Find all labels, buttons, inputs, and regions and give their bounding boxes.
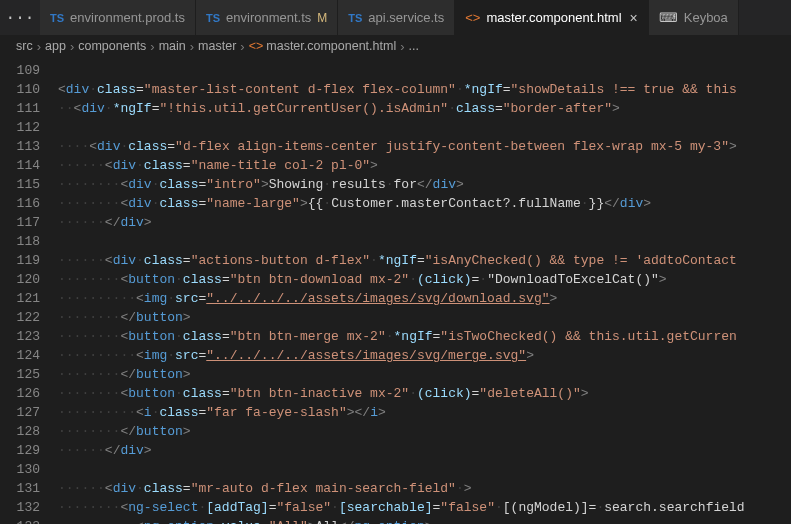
code-line[interactable]: ······<div·class="name-title col-2 pl-0"… <box>58 156 791 175</box>
line-number: 123 <box>0 327 40 346</box>
ts-icon: TS <box>50 12 64 24</box>
code-line[interactable]: ··········<img·src="../../../../assets/i… <box>58 346 791 365</box>
breadcrumb[interactable]: src›app›components›main›master›<>master.… <box>0 35 791 57</box>
code-line[interactable]: ········</button> <box>58 422 791 441</box>
line-number: 127 <box>0 403 40 422</box>
line-number: 120 <box>0 270 40 289</box>
code-line[interactable]: ········<button·class="btn btn-merge mx-… <box>58 327 791 346</box>
code-line[interactable]: ········</button> <box>58 365 791 384</box>
line-number: 114 <box>0 156 40 175</box>
line-number: 110 <box>0 80 40 99</box>
code-line[interactable]: ··········<img·src="../../../../assets/i… <box>58 289 791 308</box>
tab-label: master.component.html <box>486 10 621 25</box>
breadcrumb-part[interactable]: master <box>198 39 236 53</box>
editor[interactable]: 1091101111121131141151161171181191201211… <box>0 57 791 524</box>
code-line[interactable]: ··········<i·class="far fa-eye-slash"></… <box>58 403 791 422</box>
line-number: 133 <box>0 517 40 524</box>
tab-label: Keyboa <box>684 10 728 25</box>
tabs-container: TSenvironment.prod.tsTSenvironment.tsMTS… <box>40 0 791 35</box>
keyboard-icon: ⌨ <box>659 10 678 25</box>
tab-label: api.service.ts <box>368 10 444 25</box>
line-number: 122 <box>0 308 40 327</box>
chevron-right-icon: › <box>37 39 41 54</box>
code-line[interactable]: <div·class="master-list-content d-flex f… <box>58 80 791 99</box>
code-line[interactable]: ········</button> <box>58 308 791 327</box>
chevron-right-icon: › <box>240 39 244 54</box>
code-line[interactable]: ··<div·*ngIf="!this.util.getCurrentUser(… <box>58 99 791 118</box>
breadcrumb-tail[interactable]: ... <box>409 39 419 53</box>
line-number: 132 <box>0 498 40 517</box>
html-icon: <> <box>465 10 480 25</box>
code-line[interactable]: ······</div> <box>58 213 791 232</box>
line-number: 113 <box>0 137 40 156</box>
tab-3[interactable]: <>master.component.html× <box>455 0 649 35</box>
code-line[interactable]: ········<div·class="intro">Showing·resul… <box>58 175 791 194</box>
code-line[interactable]: ········<ng-select·[addTag]="false"·[sea… <box>58 498 791 517</box>
line-number: 117 <box>0 213 40 232</box>
line-number: 112 <box>0 118 40 137</box>
code-line[interactable] <box>58 460 791 479</box>
code-line[interactable]: ······<div·class="mr-auto d-flex main-se… <box>58 479 791 498</box>
more-button[interactable]: ··· <box>0 0 40 35</box>
breadcrumb-part[interactable]: src <box>16 39 33 53</box>
tab-2[interactable]: TSapi.service.ts <box>338 0 455 35</box>
close-icon[interactable]: × <box>630 10 638 26</box>
code-area[interactable]: <div·class="master-list-content d-flex f… <box>58 57 791 524</box>
line-number: 128 <box>0 422 40 441</box>
line-number: 130 <box>0 460 40 479</box>
line-number: 115 <box>0 175 40 194</box>
breadcrumb-part[interactable]: app <box>45 39 66 53</box>
chevron-right-icon: › <box>150 39 154 54</box>
tab-bar: ··· TSenvironment.prod.tsTSenvironment.t… <box>0 0 791 35</box>
code-line[interactable] <box>58 61 791 80</box>
tab-0[interactable]: TSenvironment.prod.ts <box>40 0 196 35</box>
tab-label: environment.prod.ts <box>70 10 185 25</box>
chevron-right-icon: › <box>190 39 194 54</box>
code-line[interactable] <box>58 118 791 137</box>
code-line[interactable]: ··········<ng-option·value="All">All</ng… <box>58 517 791 524</box>
line-number: 109 <box>0 61 40 80</box>
line-number: 126 <box>0 384 40 403</box>
line-gutter: 1091101111121131141151161171181191201211… <box>0 57 58 524</box>
code-line[interactable]: ····<div·class="d-flex align-items-cente… <box>58 137 791 156</box>
line-number: 131 <box>0 479 40 498</box>
line-number: 121 <box>0 289 40 308</box>
chevron-right-icon: › <box>70 39 74 54</box>
code-line[interactable]: ······</div> <box>58 441 791 460</box>
line-number: 119 <box>0 251 40 270</box>
modified-indicator: M <box>317 11 327 25</box>
line-number: 111 <box>0 99 40 118</box>
code-line[interactable] <box>58 232 791 251</box>
tab-label: environment.ts <box>226 10 311 25</box>
tab-1[interactable]: TSenvironment.tsM <box>196 0 338 35</box>
line-number: 125 <box>0 365 40 384</box>
breadcrumb-part[interactable]: components <box>78 39 146 53</box>
ts-icon: TS <box>206 12 220 24</box>
html-icon: <> <box>249 39 264 53</box>
code-line[interactable]: ········<button·class="btn btn-download … <box>58 270 791 289</box>
line-number: 116 <box>0 194 40 213</box>
line-number: 118 <box>0 232 40 251</box>
breadcrumb-file[interactable]: master.component.html <box>266 39 396 53</box>
ts-icon: TS <box>348 12 362 24</box>
line-number: 129 <box>0 441 40 460</box>
code-line[interactable]: ········<button·class="btn btn-inactive … <box>58 384 791 403</box>
tab-4[interactable]: ⌨Keyboa <box>649 0 739 35</box>
code-line[interactable]: ······<div·class="actions-button d-flex"… <box>58 251 791 270</box>
chevron-right-icon: › <box>400 39 404 54</box>
line-number: 124 <box>0 346 40 365</box>
code-line[interactable]: ········<div·class="name-large">{{·Custo… <box>58 194 791 213</box>
breadcrumb-part[interactable]: main <box>159 39 186 53</box>
